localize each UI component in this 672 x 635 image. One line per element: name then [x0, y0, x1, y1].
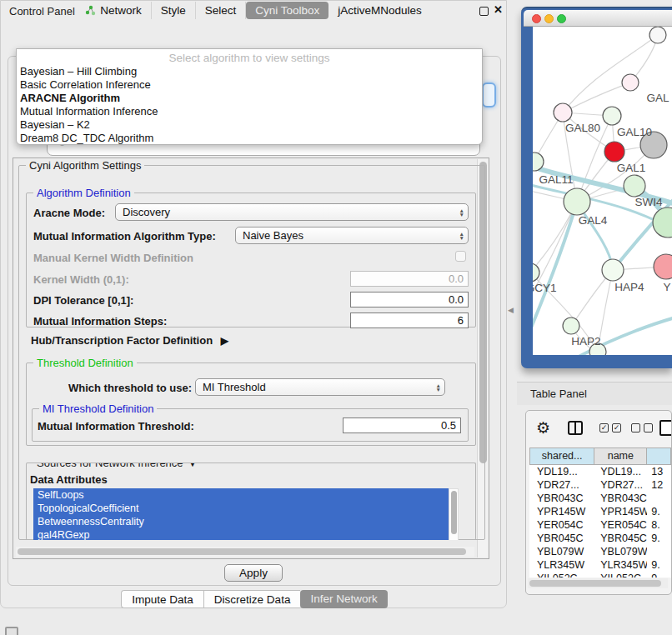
dpi-tolerance-input[interactable]: 0.0 — [350, 292, 469, 308]
algorithm-option[interactable]: Bayesian – K2 — [17, 118, 482, 132]
attribute-list-scrollbar[interactable] — [449, 488, 459, 540]
table-row[interactable]: YBR045CYBR045C9. — [529, 532, 671, 545]
table-panel-header: Table Panel — [517, 382, 672, 405]
data-attributes-label: Data Attributes — [30, 473, 108, 486]
manual-kernel-checkbox[interactable] — [455, 251, 466, 262]
node-gal10[interactable] — [603, 107, 621, 125]
sources-title[interactable]: Sources for Network Inference ▼ — [33, 462, 200, 469]
table-rows: YDL19...YDL19...13 YDR27...YDR27...12 YB… — [529, 465, 671, 578]
node[interactable] — [654, 254, 672, 279]
focused-combo-fragment[interactable] — [482, 82, 496, 108]
tab-select[interactable]: Select — [196, 2, 247, 19]
apply-button[interactable]: Apply — [224, 564, 283, 582]
node-hap4[interactable] — [602, 259, 624, 281]
gear-icon[interactable]: ⚙ — [536, 418, 550, 438]
node[interactable] — [622, 74, 639, 91]
attribute-item[interactable]: SelfLoops — [33, 488, 449, 502]
deselect-all-checkboxes-icon[interactable] — [631, 423, 653, 432]
node[interactable] — [649, 27, 666, 43]
node-table: shared... name YDL19...YDL19...13 YDR27.… — [529, 448, 671, 465]
table-row[interactable]: YBL079WYBL079W — [529, 545, 671, 558]
table-row[interactable]: YDR27...YDR27...12 — [529, 478, 671, 492]
tab-style[interactable]: Style — [152, 2, 196, 19]
threshold-definition-group: Threshold Definition Which threshold to … — [26, 362, 476, 446]
spinner-arrows-icon: ▲▼ — [459, 232, 464, 240]
node-gal1[interactable] — [604, 142, 624, 162]
table-row[interactable]: YER054CYER054C8. — [529, 518, 671, 532]
node-label: SWI4 — [634, 196, 662, 208]
attribute-item[interactable]: BetweennessCentrality — [33, 515, 449, 528]
tab-impute-data[interactable]: Impute Data — [121, 590, 203, 608]
table-panel-title: Table Panel — [530, 388, 587, 400]
node-label: GAL10 — [617, 126, 652, 138]
attribute-item[interactable]: gal4RGexp — [33, 528, 449, 540]
manual-kernel-label: Manual Kernel Width Definition — [33, 252, 193, 264]
algorithm-option-selected[interactable]: ARACNE Algorithm — [17, 92, 482, 105]
minimized-panel-icon[interactable] — [5, 627, 18, 635]
algorithm-option[interactable]: Basic Correlation Inference — [17, 78, 482, 92]
spinner-arrows-icon: ▲▼ — [436, 383, 441, 392]
node-label: Y — [663, 281, 670, 293]
select-all-checkboxes-icon[interactable]: ✓ ✓ — [599, 423, 621, 432]
network-graph: GAL80 GAL10 GAL1 GAL11 SWI4 GAL4 GCY1 HA… — [533, 27, 672, 355]
kernel-width-input[interactable]: 0.0 — [350, 271, 469, 287]
minimize-traffic-light-icon[interactable] — [544, 14, 554, 23]
data-attributes-list: SelfLoops TopologicalCoefficient Between… — [33, 488, 449, 540]
table-row[interactable]: YLR345WYLR345W9. — [529, 558, 671, 572]
column-header-name[interactable]: name — [594, 448, 647, 465]
float-window-icon[interactable] — [479, 7, 489, 16]
node-gal80[interactable] — [554, 103, 572, 122]
node-hap2[interactable] — [563, 318, 579, 334]
tab-discretize-data[interactable]: Discretize Data — [203, 590, 301, 608]
panel-icon-partial[interactable] — [659, 420, 672, 436]
panel-title: Control Panel — [9, 5, 75, 18]
mi-threshold-label: Mutual Information Threshold: — [38, 420, 194, 432]
dpi-tolerance-label: DPI Tolerance [0,1]: — [33, 294, 133, 307]
column-header-partial[interactable] — [647, 448, 671, 465]
mi-type-select[interactable]: Naive Bayes ▲▼ — [235, 227, 469, 244]
tab-cyni-toolbox[interactable]: Cyni Toolbox — [246, 2, 328, 19]
hub-section-toggle[interactable]: Hub/Transcription Factor Definition ▶ — [31, 334, 228, 347]
tab-infer-network[interactable]: Infer Network — [300, 590, 387, 608]
network-window-titlebar[interactable] — [524, 10, 672, 27]
algorithm-option[interactable]: Bayesian – Hill Climbing — [17, 65, 482, 78]
node-gal4[interactable] — [564, 188, 590, 215]
zoom-traffic-light-icon[interactable] — [557, 14, 566, 23]
table-row[interactable]: YIL052CYIL052C9. — [529, 572, 671, 578]
split-columns-icon[interactable] — [568, 421, 583, 435]
node[interactable] — [653, 208, 672, 238]
close-icon[interactable]: ✕ — [494, 3, 503, 16]
node-gcy1[interactable] — [533, 263, 539, 282]
popup-prompt: Select algorithm to view settings — [17, 49, 482, 65]
mi-threshold-input[interactable]: 0.5 — [343, 418, 461, 433]
top-tab-bar: Network Style Select Cyni Toolbox jActiv… — [1, 1, 506, 19]
table-toolbar: ⚙ ✓ ✓ — [526, 416, 671, 444]
table-horizontal-scrollbar[interactable] — [528, 578, 668, 588]
attribute-item[interactable]: TopologicalCoefficient — [33, 502, 449, 515]
algorithm-definition-title: Algorithm Definition — [33, 187, 134, 199]
node-label: GCY1 — [533, 282, 556, 294]
table-row[interactable]: YDL19...YDL19...13 — [529, 465, 671, 478]
column-header-shared-name[interactable]: shared... — [529, 448, 594, 465]
algorithm-option[interactable]: Dream8 DC_TDC Algorithm — [17, 132, 482, 145]
algorithm-option[interactable]: Mutual Information Inference — [17, 105, 482, 118]
algorithm-definition-group: Algorithm Definition Aracne Mode: Discov… — [26, 192, 476, 328]
which-threshold-select[interactable]: MI Threshold ▲▼ — [195, 378, 445, 396]
node-label: GAL11 — [539, 173, 573, 186]
splitpane-grip-icon[interactable]: ◀ — [508, 306, 514, 314]
node-label: GAL80 — [565, 122, 600, 134]
horizontal-scrollbar[interactable] — [16, 547, 474, 557]
tab-network[interactable]: Network — [76, 2, 152, 19]
tab-jactivemnodules[interactable]: jActiveMNodules — [328, 2, 431, 19]
node-label: HAP2 — [571, 335, 600, 348]
node-swi4[interactable] — [624, 175, 645, 197]
close-traffic-light-icon[interactable] — [532, 14, 541, 23]
mi-steps-input[interactable]: 6 — [350, 312, 469, 328]
network-canvas[interactable]: GAL80 GAL10 GAL1 GAL11 SWI4 GAL4 GCY1 HA… — [533, 27, 672, 355]
group-title: Cyni Algorithm Settings — [26, 159, 144, 172]
table-row[interactable]: YPR145WYPR145W9. — [529, 505, 671, 518]
table-row[interactable]: YBR043CYBR043C — [529, 492, 671, 505]
aracne-mode-select[interactable]: Discovery ▲▼ — [115, 203, 469, 221]
network-view-window[interactable]: GAL80 GAL10 GAL1 GAL11 SWI4 GAL4 GCY1 HA… — [521, 7, 672, 368]
aracne-mode-label: Aracne Mode: — [33, 207, 105, 219]
